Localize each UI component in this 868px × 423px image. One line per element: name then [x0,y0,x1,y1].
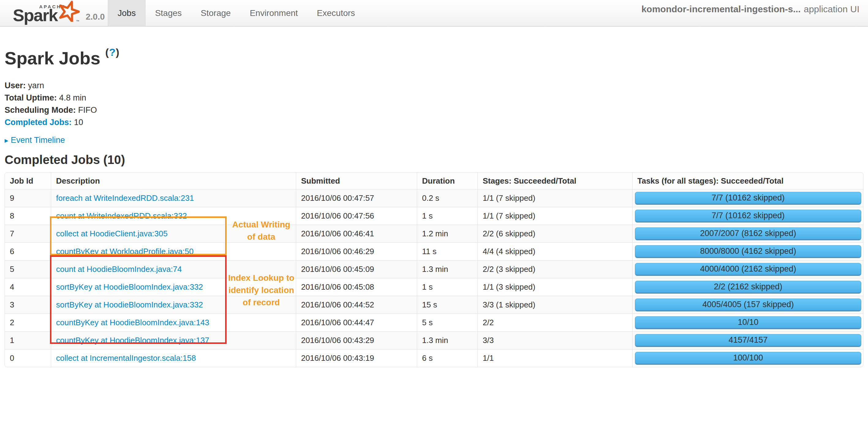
table-row: 4sortByKey at HoodieBloomIndex.java:3322… [5,278,863,296]
spark-logo[interactable]: APACHE Spark ™ 2.0.0 [0,0,108,26]
event-timeline-toggle[interactable]: ▸Event Timeline [5,134,863,146]
table-row: 6countByKey at WorkloadProfile.java:5020… [5,243,863,260]
header-submitted[interactable]: Submitted [296,173,417,189]
task-progress-label: 10/10 [738,317,759,327]
task-progress-bar: 4005/4005 (157 skipped) [635,299,861,311]
completed-jobs-heading: Completed Jobs (10) [5,153,863,166]
table-row: 1countByKey at HoodieBloomIndex.java:137… [5,331,863,349]
description-cell: count at WriteIndexedRDD.scala:332 [51,207,296,225]
table-row: 2countByKey at HoodieBloomIndex.java:143… [5,314,863,331]
description-cell: countByKey at WorkloadProfile.java:50 [51,243,296,260]
tasks-cell: 7/7 (10162 skipped) [632,189,863,207]
application-name: komondor-incremental-ingestion-s... [641,4,801,15]
description-cell: count at HoodieBloomIndex.java:74 [51,260,296,278]
main-content: Spark Jobs (?) User: yarn Total Uptime: … [0,42,868,367]
submitted-cell: 2016/10/06 00:47:56 [296,207,417,225]
nav-tabs: Jobs Stages Storage Environment Executor… [108,0,365,26]
task-progress-label: 7/7 (10162 skipped) [712,193,785,202]
tab-storage[interactable]: Storage [191,0,240,26]
job-description-link[interactable]: countByKey at WorkloadProfile.java:50 [56,247,193,256]
table-row: 3sortByKey at HoodieBloomIndex.java:3322… [5,296,863,314]
table-row: 7collect at HoodieClient.java:3052016/10… [5,225,863,243]
job-description-link[interactable]: sortByKey at HoodieBloomIndex.java:332 [56,282,203,291]
stages-cell: 3/3 [477,331,632,349]
job-description-link[interactable]: count at HoodieBloomIndex.java:74 [56,264,182,274]
task-progress-bar: 4000/4000 (2162 skipped) [635,263,861,276]
header-description[interactable]: Description [51,173,296,189]
job-description-link[interactable]: countByKey at HoodieBloomIndex.java:143 [56,318,209,327]
submitted-cell: 2016/10/06 00:43:29 [296,331,417,349]
table-row: 9foreach at WriteIndexedRDD.scala:231201… [5,189,863,207]
table-row: 5count at HoodieBloomIndex.java:742016/1… [5,260,863,278]
job-id-cell: 1 [5,331,51,349]
task-progress-bar: 2/2 (2162 skipped) [635,281,861,294]
header-job-id[interactable]: Job Id [5,173,51,189]
submitted-cell: 2016/10/06 00:46:41 [296,225,417,243]
tab-environment[interactable]: Environment [240,0,307,26]
tab-stages[interactable]: Stages [146,0,191,26]
duration-cell: 1.3 min [417,260,477,278]
submitted-cell: 2016/10/06 00:45:08 [296,278,417,296]
tasks-cell: 7/7 (10162 skipped) [632,207,863,225]
job-id-cell: 7 [5,225,51,243]
duration-cell: 0.2 s [417,189,477,207]
spark-version: 2.0.0 [86,12,105,24]
tab-jobs[interactable]: Jobs [108,0,146,26]
submitted-cell: 2016/10/06 00:45:09 [296,260,417,278]
tasks-cell: 4000/4000 (2162 skipped) [632,260,863,278]
help-link: (?) [105,46,119,58]
job-summary: User: yarn Total Uptime: 4.8 min Schedul… [5,79,863,129]
tasks-cell: 2007/2007 (8162 skipped) [632,225,863,243]
task-progress-label: 8000/8000 (4162 skipped) [700,247,796,256]
stages-cell: 1/1 (7 skipped) [477,189,632,207]
description-cell: sortByKey at HoodieBloomIndex.java:332 [51,296,296,314]
tasks-cell: 4005/4005 (157 skipped) [632,296,863,314]
stages-cell: 2/2 [477,314,632,331]
task-progress-label: 2/2 (2162 skipped) [714,282,782,291]
job-description-link[interactable]: count at WriteIndexedRDD.scala:332 [56,211,187,220]
navbar: APACHE Spark ™ 2.0.0 Jobs Stages Storage… [0,0,868,27]
task-progress-label: 2007/2007 (8162 skipped) [700,229,796,238]
header-duration[interactable]: Duration [417,173,477,189]
application-title: komondor-incremental-ingestion-s... appl… [641,0,860,19]
job-id-cell: 8 [5,207,51,225]
header-tasks[interactable]: Tasks (for all stages): Succeeded/Total [632,173,863,189]
summary-user: User: yarn [5,79,863,92]
submitted-cell: 2016/10/06 00:43:19 [296,349,417,367]
job-description-link[interactable]: sortByKey at HoodieBloomIndex.java:332 [56,300,203,309]
page-title: Spark Jobs (?) [5,42,863,68]
description-cell: countByKey at HoodieBloomIndex.java:137 [51,331,296,349]
summary-completed-jobs: Completed Jobs: 10 [5,116,863,129]
stages-cell: 4/4 (4 skipped) [477,243,632,260]
job-id-cell: 0 [5,349,51,367]
help-question-link[interactable]: ? [109,46,116,58]
description-cell: collect at IncrementalIngestor.scala:158 [51,349,296,367]
duration-cell: 6 s [417,349,477,367]
description-cell: countByKey at HoodieBloomIndex.java:143 [51,314,296,331]
job-description-link[interactable]: collect at HoodieClient.java:305 [56,229,167,238]
table-row: 8count at WriteIndexedRDD.scala:3322016/… [5,207,863,225]
stages-cell: 1/1 (7 skipped) [477,207,632,225]
duration-cell: 15 s [417,296,477,314]
description-cell: foreach at WriteIndexedRDD.scala:231 [51,189,296,207]
tab-executors[interactable]: Executors [308,0,365,26]
completed-jobs-link[interactable]: Completed Jobs: [5,118,72,127]
header-stages[interactable]: Stages: Succeeded/Total [477,173,632,189]
job-id-cell: 6 [5,243,51,260]
tasks-cell: 4157/4157 [632,331,863,349]
job-id-cell: 5 [5,260,51,278]
description-cell: sortByKey at HoodieBloomIndex.java:332 [51,278,296,296]
spark-wordmark: Spark [13,5,58,25]
job-id-cell: 4 [5,278,51,296]
job-description-link[interactable]: collect at IncrementalIngestor.scala:158 [56,354,196,363]
duration-cell: 5 s [417,314,477,331]
task-progress-label: 4000/4000 (2162 skipped) [700,264,796,274]
stages-cell: 1/1 [477,349,632,367]
tasks-cell: 100/100 [632,349,863,367]
task-progress-bar: 7/7 (10162 skipped) [635,210,861,223]
job-description-link[interactable]: foreach at WriteIndexedRDD.scala:231 [56,193,194,203]
tasks-cell: 8000/8000 (4162 skipped) [632,243,863,260]
duration-cell: 11 s [417,243,477,260]
job-description-link[interactable]: countByKey at HoodieBloomIndex.java:137 [56,336,209,345]
table-row: 0collect at IncrementalIngestor.scala:15… [5,349,863,367]
